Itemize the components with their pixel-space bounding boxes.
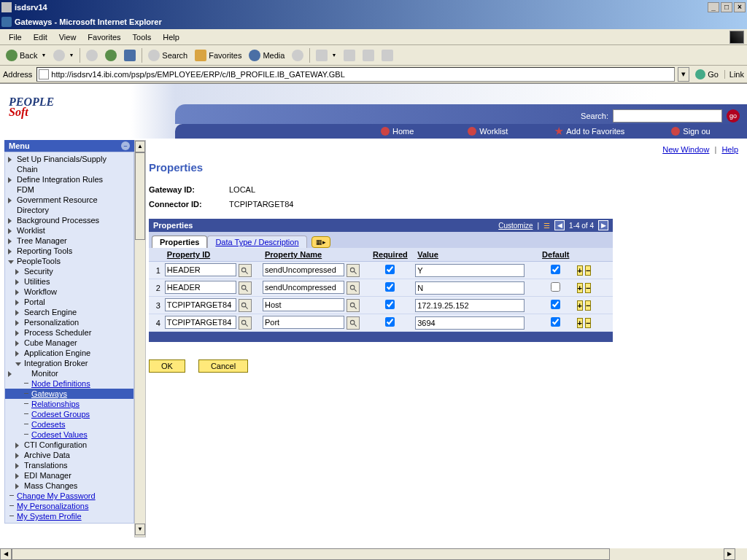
grid-first-button[interactable]: ◀ <box>554 220 565 230</box>
property-name-input[interactable] <box>263 316 344 329</box>
header-search-go-button[interactable]: go <box>727 109 740 122</box>
menu-tools[interactable]: Tools <box>127 31 158 44</box>
menu-item[interactable]: Relationships <box>5 399 133 409</box>
required-checkbox[interactable] <box>385 282 395 292</box>
favorites-button[interactable]: Favorites <box>192 48 244 63</box>
edit-button[interactable] <box>360 48 377 63</box>
nav-signout[interactable]: Sign ou <box>662 127 719 136</box>
lookup-button[interactable] <box>347 281 360 295</box>
menu-item[interactable]: Codeset Values <box>5 429 133 440</box>
history-button[interactable] <box>289 48 306 63</box>
menu-item[interactable]: Set Up Financials/Supply <box>5 154 133 164</box>
required-checkbox[interactable] <box>385 317 395 327</box>
default-checkbox[interactable] <box>551 300 560 309</box>
menu-item[interactable]: Workflow <box>5 287 133 297</box>
col-default[interactable]: Default <box>537 248 575 262</box>
menu-item[interactable]: Worklist <box>5 225 133 236</box>
delete-row-button[interactable]: − <box>585 300 591 311</box>
scroll-thumb[interactable] <box>135 152 145 240</box>
property-name-input[interactable] <box>263 298 344 311</box>
menu-item[interactable]: Cube Manager <box>5 338 133 348</box>
find-icon[interactable]: ☰ <box>543 222 550 230</box>
add-row-button[interactable]: + <box>577 265 583 276</box>
scroll-up-button[interactable]: ▲ <box>135 141 145 152</box>
delete-row-button[interactable]: − <box>585 283 591 293</box>
delete-row-button[interactable]: − <box>585 265 591 276</box>
grid-last-button[interactable]: ▶ <box>598 220 608 230</box>
add-row-button[interactable]: + <box>577 283 583 293</box>
default-checkbox[interactable] <box>551 265 560 274</box>
tab-properties[interactable]: Properties <box>152 236 207 248</box>
menu-item[interactable]: Directory <box>5 205 133 215</box>
menu-scrollbar[interactable]: ▲ ▼ <box>134 140 146 537</box>
scroll-track[interactable] <box>135 152 145 524</box>
menu-collapse-button[interactable]: – <box>121 141 130 150</box>
discuss-button[interactable] <box>379 48 396 63</box>
col-required[interactable]: Required <box>368 248 414 262</box>
menu-item[interactable]: Mass Changes <box>5 481 133 491</box>
menu-view[interactable]: View <box>53 31 82 44</box>
col-property-name[interactable]: Property Name <box>260 248 368 262</box>
nav-worklist[interactable]: Worklist <box>459 127 516 136</box>
delete-row-button[interactable]: − <box>585 318 591 328</box>
close-button[interactable]: × <box>734 2 746 12</box>
customize-link[interactable]: Customize <box>498 222 533 230</box>
new-window-link[interactable]: New Window <box>662 145 709 154</box>
nav-favorites[interactable]: Add to Favorites <box>546 127 633 136</box>
lookup-button[interactable] <box>347 264 360 277</box>
search-button[interactable]: Search <box>145 48 190 63</box>
back-button[interactable]: Back ▼ <box>3 48 49 63</box>
menu-item[interactable]: My System Profile <box>5 511 133 521</box>
menu-item[interactable]: Monitor <box>5 368 133 378</box>
back-dropdown-icon[interactable]: ▼ <box>39 52 46 58</box>
property-name-input[interactable] <box>263 281 344 294</box>
menu-item[interactable]: Background Processes <box>5 215 133 225</box>
menu-item[interactable]: EDI Manager <box>5 470 133 481</box>
value-input[interactable] <box>415 316 525 330</box>
hscroll-left-button[interactable]: ◀ <box>0 548 12 560</box>
default-checkbox[interactable] <box>551 282 560 292</box>
header-search-input[interactable] <box>613 109 722 122</box>
scroll-down-button[interactable]: ▼ <box>135 524 145 535</box>
menu-item[interactable]: Reporting Tools <box>5 246 133 256</box>
menu-item[interactable]: Change My Password <box>5 491 133 501</box>
required-checkbox[interactable] <box>385 300 395 309</box>
lookup-button[interactable] <box>347 316 360 330</box>
col-value[interactable]: Value <box>413 248 537 262</box>
address-input[interactable] <box>51 70 673 79</box>
property-id-input[interactable] <box>165 263 236 276</box>
menu-item[interactable]: Search Engine <box>5 307 133 317</box>
default-checkbox[interactable] <box>551 317 560 327</box>
menu-item[interactable]: Codeset Groups <box>5 409 133 419</box>
hscroll-right-button[interactable]: ▶ <box>724 548 735 560</box>
menu-item[interactable]: Utilities <box>5 276 133 287</box>
print-button[interactable] <box>341 48 358 63</box>
address-dropdown-button[interactable]: ▾ <box>678 67 689 82</box>
lookup-button[interactable] <box>239 264 252 277</box>
add-row-button[interactable]: + <box>577 318 583 328</box>
menu-item[interactable]: Tree Manager <box>5 236 133 246</box>
menu-item[interactable]: Archive Data <box>5 450 133 460</box>
value-input[interactable] <box>415 264 525 277</box>
menu-item[interactable]: Codesets <box>5 419 133 429</box>
col-property-id[interactable]: Property ID <box>163 248 260 262</box>
hscroll-thumb[interactable] <box>12 548 610 560</box>
menu-favorites[interactable]: Favorites <box>82 31 126 44</box>
menu-item[interactable]: Chain <box>5 164 133 174</box>
nav-home[interactable]: Home <box>372 127 422 136</box>
menu-item[interactable]: Portal <box>5 297 133 307</box>
mail-button[interactable]: ▼ <box>313 48 339 63</box>
go-button[interactable]: Go <box>692 69 721 79</box>
tab-expand-button[interactable]: ▦▸ <box>311 236 330 248</box>
property-id-input[interactable] <box>165 316 236 329</box>
lookup-button[interactable] <box>239 316 252 330</box>
menu-item[interactable]: Gateways <box>5 389 133 399</box>
lookup-button[interactable] <box>239 299 252 312</box>
value-input[interactable] <box>415 281 525 295</box>
address-input-wrap[interactable] <box>36 67 675 82</box>
ok-button[interactable]: OK <box>149 359 185 373</box>
media-button[interactable]: Media <box>246 48 287 63</box>
help-link[interactable]: Help <box>721 145 738 154</box>
menu-item[interactable]: PeopleTools <box>5 256 133 266</box>
forward-dropdown-icon[interactable]: ▼ <box>67 52 74 58</box>
